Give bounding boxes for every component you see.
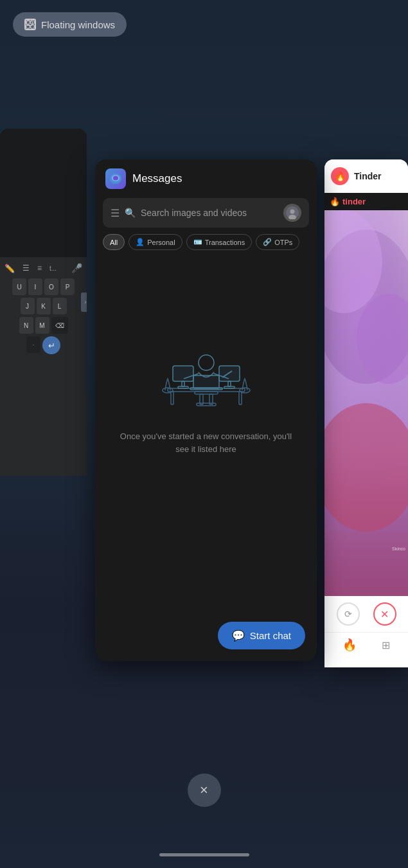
svg-rect-0 [26,21,30,24]
empty-state: Once you've started a new conversation, … [95,295,317,481]
floating-windows-icon [24,19,36,30]
otps-icon: 🔗 [263,238,272,246]
key-j[interactable]: J [21,298,35,314]
close-button[interactable]: × [188,773,221,807]
svg-rect-3 [31,25,34,28]
text-input: t... [49,265,57,272]
key-i[interactable]: I [28,278,42,295]
svg-rect-22 [228,381,231,386]
svg-rect-20 [178,386,188,388]
empty-state-text: Once you've started a new conversation, … [114,430,297,455]
key-u[interactable]: U [12,278,26,295]
dark-area [0,129,87,257]
key-l[interactable]: L [53,298,67,314]
floating-windows-pill[interactable]: Floating windows [13,12,127,37]
filter-tabs: All 👤 Personal 🪪 Transactions 🔗 OTPs [95,234,317,257]
tinder-fog [324,467,408,596]
svg-rect-1 [31,21,34,24]
tinder-logo-text: tinder [342,197,366,206]
tinder-panel: 🔥 Tinder 🔥 tinder [324,159,408,667]
svg-point-6 [113,176,118,181]
transactions-icon: 🪪 [193,238,202,246]
svg-rect-19 [182,381,184,386]
start-chat-button[interactable]: 💬 Start chat [218,622,305,649]
filter-transactions-label: Transactions [205,239,245,246]
tinder-title: Tinder [354,171,382,181]
home-indicator [159,853,249,856]
menu-icon[interactable]: ☰ [111,207,120,219]
messages-title: Messages [132,172,182,185]
messages-app-icon [105,168,126,189]
undo-icon: ⟳ [344,609,352,619]
list-icon[interactable]: ≡ [37,264,42,273]
empty-illustration [148,321,264,417]
svg-point-8 [290,210,295,214]
pen-icon[interactable]: ✏️ [4,264,15,273]
key-o[interactable]: O [44,278,58,295]
start-chat-icon: 💬 [232,629,245,642]
tinder-brand-tag: Skinco [392,547,405,551]
svg-rect-18 [173,366,193,381]
key-backspace[interactable]: ⌫ [51,317,68,334]
key-space-left[interactable]: · [26,336,40,353]
tinder-app-icon: 🔥 [331,167,349,185]
tinder-header: 🔥 Tinder [324,159,408,193]
filter-all-label: All [110,239,118,246]
search-bar[interactable]: ☰ 🔍 Search images and videos [103,198,309,228]
filter-tab-otps[interactable]: 🔗 OTPs [256,234,299,250]
tinder-action-buttons: ⟳ ✕ [324,596,408,632]
svg-rect-24 [193,375,219,388]
floating-windows-label: Floating windows [41,19,115,30]
personal-icon: 👤 [136,238,145,246]
tinder-grid-icon[interactable]: ⊞ [382,639,390,651]
mic-icon[interactable]: 🎤 [71,263,82,273]
messages-panel: Messages ☰ 🔍 Search images and videos Al… [95,159,317,661]
key-n[interactable]: N [19,317,33,334]
svg-rect-11 [171,392,173,404]
filter-personal-label: Personal [147,239,175,246]
tinder-logo-bar: 🔥 tinder [324,193,408,210]
filter-otps-label: OTPs [274,239,292,246]
svg-rect-21 [219,366,240,381]
svg-point-17 [199,355,214,370]
filter-tab-personal[interactable]: 👤 Personal [129,234,182,250]
keyboard-row-2: J K L [3,298,84,314]
tinder-card[interactable]: Skinco [324,210,408,596]
filter-tab-transactions[interactable]: 🪪 Transactions [186,234,253,250]
keyboard-panel: ✏️ ☰ ≡ t... 🎤 U I O P J K L N M ⌫ · ↵ › [0,129,87,476]
search-input[interactable]: Search images and videos [141,208,278,218]
svg-rect-13 [195,392,218,394]
tinder-bottom-nav: 🔥 ⊞ [324,632,408,657]
filter-tab-all[interactable]: All [103,234,125,250]
tinder-undo-button[interactable]: ⟳ [337,602,360,626]
svg-rect-12 [239,392,242,404]
keyboard-row-bottom: · ↵ [3,336,84,354]
keyboard-area[interactable]: ✏️ ☰ ≡ t... 🎤 U I O P J K L N M ⌫ · ↵ [0,257,87,476]
user-avatar [283,204,301,222]
keyboard-row-3: N M ⌫ [3,317,84,334]
keyboard-row-1: U I O P [3,278,84,295]
messages-header: Messages [95,159,317,198]
key-m[interactable]: M [35,317,49,334]
svg-rect-2 [26,25,30,28]
start-chat-label: Start chat [250,630,291,641]
close-icon: × [200,783,208,797]
enter-key[interactable]: ↵ [42,336,60,354]
keyboard-toolbar: ✏️ ☰ ≡ t... 🎤 [3,260,84,276]
svg-rect-23 [224,386,235,388]
close-icon: ✕ [380,608,389,620]
tinder-nope-button[interactable]: ✕ [373,602,396,626]
search-icon: 🔍 [125,208,136,218]
align-icon[interactable]: ☰ [22,264,30,273]
tinder-home-icon[interactable]: 🔥 [342,638,357,652]
key-p[interactable]: P [60,278,75,295]
expand-handle[interactable]: › [81,293,87,312]
tinder-flame-icon: 🔥 [330,197,340,206]
key-k[interactable]: K [37,298,51,314]
